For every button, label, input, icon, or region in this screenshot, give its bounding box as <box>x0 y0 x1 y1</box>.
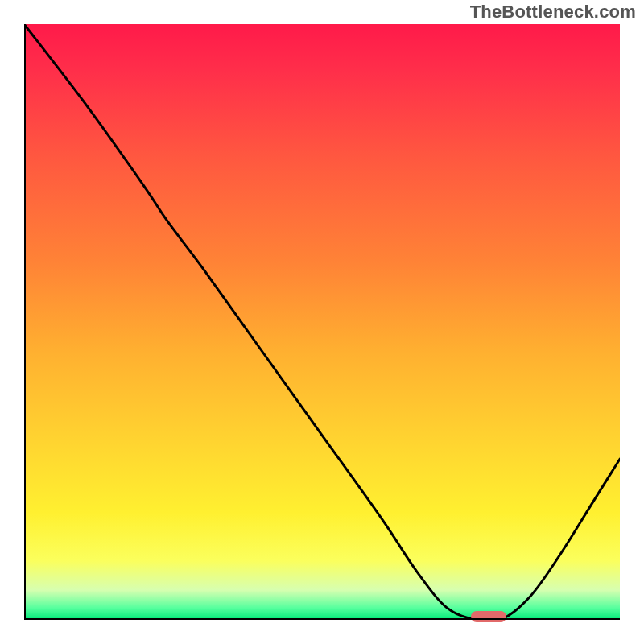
optimal-range-marker <box>471 611 506 622</box>
watermark-label: TheBottleneck.com <box>470 2 636 23</box>
plot-gradient-background <box>24 24 620 620</box>
chart-container: TheBottleneck.com <box>0 0 644 644</box>
